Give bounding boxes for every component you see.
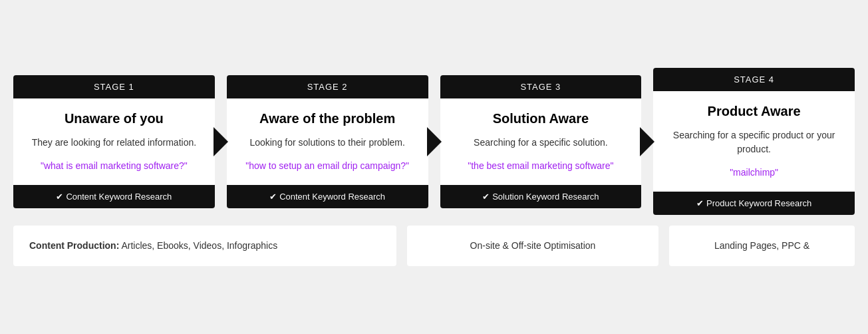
stage-desc-1: They are looking for related information… (32, 136, 196, 150)
checkmark-icon-1: ✔ (56, 192, 63, 202)
bottom-left-bold: Content Production: (29, 240, 119, 251)
stage-wrapper-3: STAGE 3 Solution Aware Searching for a s… (440, 68, 642, 215)
stage-desc-4: Searching for a specific product or your… (666, 128, 841, 156)
stage-example-2: "how to setup an email drip campaign?" (245, 159, 409, 173)
stage-footer-4: ✔Product Keyword Research (653, 192, 855, 215)
stage-footer-2: ✔Content Keyword Research (227, 185, 428, 208)
arrow-icon (640, 127, 654, 156)
stage-footer-3: ✔Solution Keyword Research (440, 185, 642, 208)
stage-header-4: STAGE 4 (653, 68, 855, 91)
checkmark-icon-4: ✔ (696, 198, 704, 208)
stage-body-2: Aware of the problem Looking for solutio… (227, 98, 428, 185)
stage-body-1: Unaware of you They are looking for rela… (13, 98, 215, 185)
stage-body-4: Product Aware Searching for a specific p… (653, 91, 855, 192)
stage-footer-1: ✔Content Keyword Research (13, 185, 215, 208)
stage-wrapper-2: STAGE 2 Aware of the problem Looking for… (227, 68, 428, 215)
stages-row: STAGE 1 Unaware of you They are looking … (13, 68, 855, 215)
stage-body-3: Solution Aware Searching for a specific … (440, 98, 642, 185)
stage-title-1: Unaware of you (65, 110, 164, 126)
stage-card-1: STAGE 1 Unaware of you They are looking … (13, 75, 215, 208)
bottom-card-content: Content Production: Articles, Ebooks, Vi… (13, 226, 396, 266)
arrow-separator-1 (214, 68, 228, 215)
stage-desc-2: Looking for solutions to their problem. (249, 136, 404, 150)
arrow-icon (427, 127, 442, 156)
stage-footer-label-3: Solution Keyword Research (492, 192, 599, 202)
arrow-icon (214, 127, 228, 156)
main-container: STAGE 1 Unaware of you They are looking … (13, 68, 855, 266)
stage-title-3: Solution Aware (493, 110, 589, 126)
bottom-right-text: Landing Pages, PPC & (714, 239, 809, 253)
stage-footer-label-4: Product Keyword Research (706, 198, 811, 208)
stage-header-3: STAGE 3 (440, 75, 642, 98)
stage-wrapper-1: STAGE 1 Unaware of you They are looking … (13, 68, 215, 215)
bottom-card-landing: Landing Pages, PPC & (669, 226, 855, 266)
stage-example-4: "mailchimp" (730, 166, 778, 180)
bottom-card-onsite: On-site & Off-site Optimisation (407, 226, 658, 266)
bottom-middle-text: On-site & Off-site Optimisation (470, 239, 596, 253)
arrow-separator-3 (640, 68, 654, 215)
stage-desc-3: Searching for a specific solution. (474, 136, 608, 150)
bottom-row: Content Production: Articles, Ebooks, Vi… (13, 226, 855, 266)
stage-header-2: STAGE 2 (227, 75, 428, 98)
stage-example-3: "the best email marketing software" (468, 159, 613, 173)
stage-card-2: STAGE 2 Aware of the problem Looking for… (227, 75, 428, 208)
stage-footer-label-1: Content Keyword Research (66, 192, 172, 202)
checkmark-icon-2: ✔ (269, 192, 277, 202)
checkmark-icon-3: ✔ (482, 192, 490, 202)
bottom-left-text: Articles, Ebooks, Videos, Infographics (119, 240, 277, 251)
stage-wrapper-4: STAGE 4 Product Aware Searching for a sp… (653, 68, 855, 215)
stage-header-1: STAGE 1 (13, 75, 215, 98)
stage-footer-label-2: Content Keyword Research (279, 192, 385, 202)
stage-card-4: STAGE 4 Product Aware Searching for a sp… (653, 68, 855, 215)
stage-card-3: STAGE 3 Solution Aware Searching for a s… (440, 75, 642, 208)
stage-title-4: Product Aware (708, 103, 801, 119)
arrow-separator-2 (427, 68, 442, 215)
stage-title-2: Aware of the problem (259, 110, 395, 126)
stage-example-1: "what is email marketing software?" (41, 159, 188, 173)
